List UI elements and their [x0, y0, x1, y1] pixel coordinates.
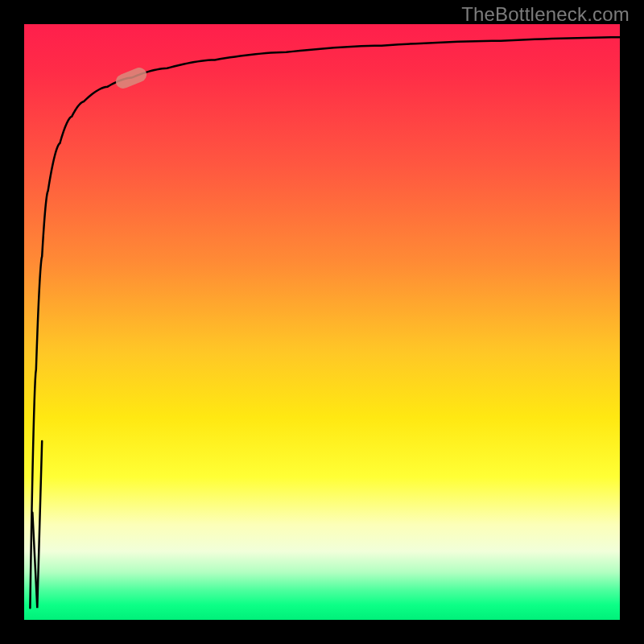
spike-curve	[32, 441, 42, 608]
main-curve	[30, 37, 620, 608]
curve-layer	[24, 24, 620, 620]
chart-canvas: TheBottleneck.com	[0, 0, 644, 644]
watermark-label: TheBottleneck.com	[461, 3, 630, 26]
plot-area	[24, 24, 620, 620]
